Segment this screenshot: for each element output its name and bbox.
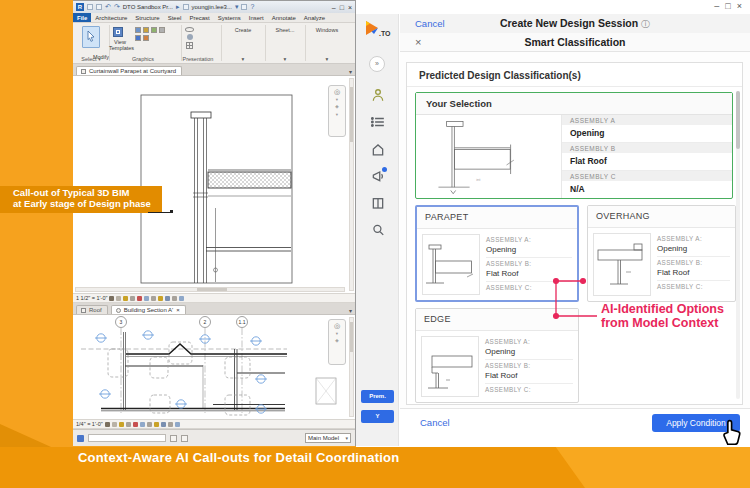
home-icon[interactable] xyxy=(371,142,385,156)
filter-icon[interactable] xyxy=(170,435,177,442)
view-control-icons[interactable] xyxy=(109,296,184,301)
graphics-panel-label[interactable]: Graphics xyxy=(113,56,173,62)
view-templates-label[interactable]: View Templates xyxy=(109,39,131,51)
presentation-panel-label[interactable]: Presentation xyxy=(177,56,219,62)
user-dropdown-icon[interactable]: ▾ xyxy=(235,3,239,11)
drawing-view-section[interactable]: 3 2 1.1 xyxy=(73,315,355,419)
tab-systems[interactable]: Systems xyxy=(214,13,245,22)
revit-window: R ↶ ↷ DTO Sandbox Pr... ▸ youngjin.lee3.… xyxy=(73,0,356,446)
navigation-bar[interactable]: ◎ ▾ ⌖ ▾ xyxy=(328,85,346,137)
drawing-view-parapet[interactable]: ◎ ▾ ⌖ ▾ xyxy=(73,76,355,293)
scroll-thumb[interactable] xyxy=(350,322,353,352)
graphics-icon[interactable] xyxy=(159,27,165,33)
create-panel-dropdown[interactable]: ▾ xyxy=(223,56,263,62)
option-card-parapet[interactable]: PARAPET xyxy=(415,205,579,302)
view-scale[interactable]: 1/4" = 1'-0" xyxy=(76,421,103,427)
view-tab-list-icon[interactable]: ▾ xyxy=(349,307,352,314)
view-tab-building-section[interactable]: Building Section A' × xyxy=(111,305,186,314)
tab-insert[interactable]: Insert xyxy=(245,13,268,22)
vertical-scrollbar[interactable] xyxy=(349,78,354,291)
select-toggle-icon[interactable] xyxy=(181,435,188,442)
windows-panel-dropdown[interactable]: ▾ xyxy=(307,56,347,62)
prem-button[interactable]: Prem. xyxy=(361,390,394,403)
scroll-thumb[interactable] xyxy=(197,288,227,291)
open-icon[interactable] xyxy=(87,4,93,10)
minimize-icon[interactable]: – xyxy=(332,4,336,11)
sheet-panel-label[interactable]: Sheet... xyxy=(267,27,303,33)
revit-app-icon[interactable]: R xyxy=(76,3,84,11)
undo-icon[interactable]: ↶ xyxy=(105,3,111,11)
collaborate-icon[interactable] xyxy=(183,4,189,10)
dto-app-window: – □ × .TO » xyxy=(356,0,750,447)
library-icon[interactable] xyxy=(371,196,385,210)
sheet-panel-dropdown[interactable]: ▾ xyxy=(267,56,303,62)
signed-in-user[interactable]: youngjin.lee3... xyxy=(192,4,232,10)
list-icon[interactable] xyxy=(371,115,385,129)
save-icon[interactable] xyxy=(96,4,102,10)
select-panel-label[interactable]: Select ▾ xyxy=(75,56,107,62)
y-button[interactable]: Y xyxy=(361,410,394,423)
tab-annotate[interactable]: Annotate xyxy=(268,13,300,22)
vertical-scrollbar[interactable] xyxy=(349,317,354,417)
view-tab-roof[interactable]: Roof xyxy=(76,305,108,314)
view-template-icon[interactable] xyxy=(113,27,123,37)
nav-dropdown-icon[interactable]: ▾ xyxy=(336,97,338,102)
store-icon[interactable] xyxy=(241,4,247,10)
tab-structure[interactable]: Structure xyxy=(131,13,163,22)
graphics-icon[interactable] xyxy=(135,27,141,33)
close-icon[interactable]: × xyxy=(348,4,352,11)
windows-panel-label[interactable]: Windows xyxy=(307,27,347,33)
panel-scroll-area[interactable]: Your Selection xyxy=(407,87,742,404)
modify-button[interactable]: Modify xyxy=(82,26,100,48)
assembly-label: ASSEMBLY B: xyxy=(657,257,730,266)
view-control-icons[interactable] xyxy=(105,422,180,427)
assembly-value: Opening xyxy=(485,345,573,360)
view-tab-curtainwall[interactable]: Curtainwall Parapet at Courtyard xyxy=(76,66,182,75)
ai-assistant-icon[interactable] xyxy=(371,88,385,102)
scroll-thumb[interactable] xyxy=(350,87,353,142)
assembly-value: N/A xyxy=(562,181,732,198)
footer-cancel-link[interactable]: Cancel xyxy=(420,417,450,428)
cursor-arrow-icon xyxy=(86,30,96,42)
tab-architecture[interactable]: Architecture xyxy=(91,13,131,22)
info-icon[interactable]: ⓘ xyxy=(641,19,650,29)
option-card-overhang[interactable]: OVERHANG xyxy=(587,205,736,302)
announcements-icon[interactable] xyxy=(371,169,385,183)
your-selection-card[interactable]: Your Selection xyxy=(415,92,733,199)
maximize-icon[interactable]: □ xyxy=(725,1,730,11)
sidebar-collapse-button[interactable]: » xyxy=(369,56,385,72)
redo-icon[interactable]: ↷ xyxy=(114,3,120,11)
presentation-icons[interactable] xyxy=(185,27,194,49)
minimize-icon[interactable]: – xyxy=(714,1,719,11)
steering-wheel-icon[interactable]: ◎ xyxy=(334,88,340,96)
assembly-value: Opening xyxy=(486,243,572,258)
view-scale[interactable]: 1 1/2" = 1'-0" xyxy=(76,295,107,301)
option-card-edge[interactable]: EDGE xyxy=(415,308,579,403)
graphics-icon[interactable] xyxy=(143,35,149,41)
nav-dropdown-icon[interactable]: ▾ xyxy=(336,331,338,336)
graphics-icon[interactable] xyxy=(143,27,149,33)
maximize-icon[interactable]: □ xyxy=(340,4,344,11)
main-model-select[interactable]: Main Model ▾ xyxy=(305,433,351,443)
graphics-icon[interactable] xyxy=(151,27,157,33)
tab-file[interactable]: File xyxy=(73,13,91,22)
help-icon[interactable]: ? xyxy=(250,3,254,11)
navigation-bar[interactable]: ◎ ▾ ⌖ xyxy=(328,319,346,365)
graphics-icons[interactable] xyxy=(135,27,175,41)
nav-dropdown-icon[interactable]: ▾ xyxy=(336,112,338,117)
steering-wheel-icon[interactable]: ◎ xyxy=(334,322,340,330)
close-icon[interactable]: × xyxy=(737,1,742,11)
tab-close-icon[interactable]: × xyxy=(176,307,180,313)
tab-steel[interactable]: Steel xyxy=(164,13,186,22)
horizontal-scrollbar[interactable] xyxy=(75,287,345,292)
panel-scrollbar-thumb[interactable] xyxy=(736,91,740,149)
create-panel-label[interactable]: Create xyxy=(223,27,263,33)
search-chat-icon[interactable] xyxy=(371,223,385,237)
tab-analyze[interactable]: Analyze xyxy=(300,13,329,22)
view-tab-list-icon[interactable]: ▾ xyxy=(349,68,352,75)
zoom-icon[interactable]: ⌖ xyxy=(335,103,339,111)
tab-precast[interactable]: Precast xyxy=(185,13,213,22)
status-icon[interactable] xyxy=(77,435,84,442)
graphics-icon[interactable] xyxy=(135,35,141,41)
zoom-icon[interactable]: ⌖ xyxy=(335,337,339,345)
